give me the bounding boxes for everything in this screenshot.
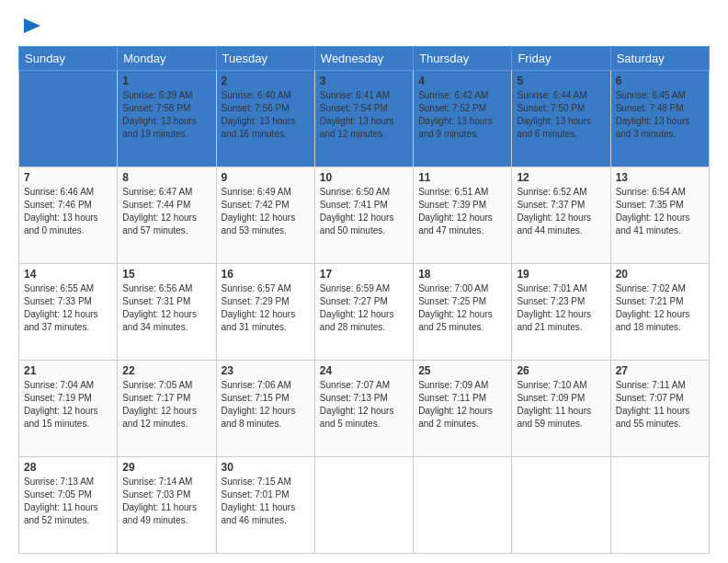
calendar-cell: 5Sunrise: 6:44 AM Sunset: 7:50 PM Daylig… xyxy=(512,71,610,167)
day-number: 17 xyxy=(320,268,408,281)
day-number: 8 xyxy=(122,171,210,184)
calendar-cell: 2Sunrise: 6:40 AM Sunset: 7:56 PM Daylig… xyxy=(216,71,314,167)
calendar-cell: 13Sunrise: 6:54 AM Sunset: 7:35 PM Dayli… xyxy=(610,167,709,264)
day-number: 27 xyxy=(616,364,704,377)
day-content: Sunrise: 7:04 AM Sunset: 7:19 PM Dayligh… xyxy=(24,379,112,431)
day-content: Sunrise: 6:55 AM Sunset: 7:33 PM Dayligh… xyxy=(24,282,112,334)
day-number: 18 xyxy=(418,268,506,281)
day-content: Sunrise: 6:45 AM Sunset: 7:48 PM Dayligh… xyxy=(616,89,704,141)
calendar-cell: 15Sunrise: 6:56 AM Sunset: 7:31 PM Dayli… xyxy=(118,264,216,361)
calendar-cell: 30Sunrise: 7:15 AM Sunset: 7:01 PM Dayli… xyxy=(216,457,314,554)
week-row-3: 14Sunrise: 6:55 AM Sunset: 7:33 PM Dayli… xyxy=(19,264,710,361)
day-content: Sunrise: 6:52 AM Sunset: 7:37 PM Dayligh… xyxy=(517,186,605,237)
calendar-cell: 7Sunrise: 6:46 AM Sunset: 7:46 PM Daylig… xyxy=(19,167,118,264)
calendar-cell: 10Sunrise: 6:50 AM Sunset: 7:41 PM Dayli… xyxy=(314,167,413,264)
day-number: 23 xyxy=(222,364,310,377)
logo-flag-icon xyxy=(22,17,42,37)
calendar-cell: 16Sunrise: 6:57 AM Sunset: 7:29 PM Dayli… xyxy=(216,264,314,361)
day-number: 29 xyxy=(122,461,210,474)
day-number: 14 xyxy=(24,268,112,281)
day-content: Sunrise: 6:56 AM Sunset: 7:31 PM Dayligh… xyxy=(122,282,210,334)
weekday-header-thursday: Thursday xyxy=(414,47,512,71)
calendar-cell: 23Sunrise: 7:06 AM Sunset: 7:15 PM Dayli… xyxy=(216,361,314,457)
day-number: 16 xyxy=(222,268,310,281)
day-content: Sunrise: 7:11 AM Sunset: 7:07 PM Dayligh… xyxy=(616,379,704,431)
calendar-cell xyxy=(19,71,118,167)
logo xyxy=(18,17,42,37)
weekday-header-tuesday: Tuesday xyxy=(216,47,314,71)
day-number: 11 xyxy=(418,171,506,184)
day-number: 28 xyxy=(24,461,112,474)
calendar-cell: 12Sunrise: 6:52 AM Sunset: 7:37 PM Dayli… xyxy=(512,167,610,264)
day-number: 21 xyxy=(24,364,112,377)
day-content: Sunrise: 6:59 AM Sunset: 7:27 PM Dayligh… xyxy=(320,282,408,334)
day-number: 12 xyxy=(517,171,605,184)
day-number: 22 xyxy=(122,364,210,377)
day-number: 10 xyxy=(320,171,408,184)
day-content: Sunrise: 6:57 AM Sunset: 7:29 PM Dayligh… xyxy=(222,282,310,334)
svg-marker-0 xyxy=(24,18,40,33)
day-number: 7 xyxy=(24,171,112,184)
day-number: 6 xyxy=(616,75,704,87)
calendar-cell: 3Sunrise: 6:41 AM Sunset: 7:54 PM Daylig… xyxy=(314,71,413,167)
day-content: Sunrise: 7:05 AM Sunset: 7:17 PM Dayligh… xyxy=(122,379,210,431)
weekday-header-saturday: Saturday xyxy=(610,47,709,71)
calendar-cell: 27Sunrise: 7:11 AM Sunset: 7:07 PM Dayli… xyxy=(610,361,709,457)
day-number: 4 xyxy=(418,75,506,87)
calendar-cell: 29Sunrise: 7:14 AM Sunset: 7:03 PM Dayli… xyxy=(118,457,216,554)
calendar-cell: 19Sunrise: 7:01 AM Sunset: 7:23 PM Dayli… xyxy=(512,264,610,361)
calendar-cell: 1Sunrise: 6:39 AM Sunset: 7:58 PM Daylig… xyxy=(118,71,216,167)
day-content: Sunrise: 7:14 AM Sunset: 7:03 PM Dayligh… xyxy=(122,476,210,527)
weekday-header-sunday: Sunday xyxy=(19,47,118,71)
day-number: 19 xyxy=(517,268,605,281)
day-number: 1 xyxy=(122,75,210,87)
day-content: Sunrise: 6:50 AM Sunset: 7:41 PM Dayligh… xyxy=(320,186,408,237)
day-number: 13 xyxy=(616,171,704,184)
day-content: Sunrise: 7:13 AM Sunset: 7:05 PM Dayligh… xyxy=(24,476,112,527)
day-content: Sunrise: 6:44 AM Sunset: 7:50 PM Dayligh… xyxy=(517,89,605,141)
day-content: Sunrise: 6:51 AM Sunset: 7:39 PM Dayligh… xyxy=(418,186,506,237)
weekday-header-wednesday: Wednesday xyxy=(314,47,413,71)
calendar-cell: 25Sunrise: 7:09 AM Sunset: 7:11 PM Dayli… xyxy=(414,361,512,457)
calendar-cell: 6Sunrise: 6:45 AM Sunset: 7:48 PM Daylig… xyxy=(610,71,709,167)
day-number: 24 xyxy=(320,364,408,377)
day-content: Sunrise: 7:09 AM Sunset: 7:11 PM Dayligh… xyxy=(418,379,506,431)
day-content: Sunrise: 6:54 AM Sunset: 7:35 PM Dayligh… xyxy=(616,186,704,237)
weekday-header-row: SundayMondayTuesdayWednesdayThursdayFrid… xyxy=(19,47,710,71)
day-number: 15 xyxy=(122,268,210,281)
day-number: 30 xyxy=(222,461,310,474)
calendar-cell: 24Sunrise: 7:07 AM Sunset: 7:13 PM Dayli… xyxy=(314,361,413,457)
day-number: 3 xyxy=(320,75,408,87)
day-content: Sunrise: 6:40 AM Sunset: 7:56 PM Dayligh… xyxy=(222,89,310,141)
day-content: Sunrise: 6:47 AM Sunset: 7:44 PM Dayligh… xyxy=(122,186,210,237)
week-row-5: 28Sunrise: 7:13 AM Sunset: 7:05 PM Dayli… xyxy=(19,457,710,554)
calendar-cell xyxy=(610,457,709,554)
day-content: Sunrise: 6:41 AM Sunset: 7:54 PM Dayligh… xyxy=(320,89,408,141)
calendar-cell: 11Sunrise: 6:51 AM Sunset: 7:39 PM Dayli… xyxy=(414,167,512,264)
day-content: Sunrise: 6:49 AM Sunset: 7:42 PM Dayligh… xyxy=(222,186,310,237)
calendar-cell xyxy=(512,457,610,554)
week-row-1: 1Sunrise: 6:39 AM Sunset: 7:58 PM Daylig… xyxy=(19,71,710,167)
day-number: 2 xyxy=(222,75,310,87)
day-content: Sunrise: 7:10 AM Sunset: 7:09 PM Dayligh… xyxy=(517,379,605,431)
day-number: 9 xyxy=(222,171,310,184)
calendar-cell: 9Sunrise: 6:49 AM Sunset: 7:42 PM Daylig… xyxy=(216,167,314,264)
weekday-header-friday: Friday xyxy=(512,47,610,71)
calendar-table: SundayMondayTuesdayWednesdayThursdayFrid… xyxy=(18,46,710,554)
calendar-cell xyxy=(314,457,413,554)
week-row-4: 21Sunrise: 7:04 AM Sunset: 7:19 PM Dayli… xyxy=(19,361,710,457)
day-content: Sunrise: 6:42 AM Sunset: 7:52 PM Dayligh… xyxy=(418,89,506,141)
calendar-cell: 26Sunrise: 7:10 AM Sunset: 7:09 PM Dayli… xyxy=(512,361,610,457)
calendar-cell xyxy=(414,457,512,554)
weekday-header-monday: Monday xyxy=(118,47,216,71)
day-number: 26 xyxy=(517,364,605,377)
calendar-cell: 21Sunrise: 7:04 AM Sunset: 7:19 PM Dayli… xyxy=(19,361,118,457)
day-number: 20 xyxy=(616,268,704,281)
calendar-cell: 17Sunrise: 6:59 AM Sunset: 7:27 PM Dayli… xyxy=(314,264,413,361)
calendar-cell: 18Sunrise: 7:00 AM Sunset: 7:25 PM Dayli… xyxy=(414,264,512,361)
day-content: Sunrise: 7:00 AM Sunset: 7:25 PM Dayligh… xyxy=(418,282,506,334)
week-row-2: 7Sunrise: 6:46 AM Sunset: 7:46 PM Daylig… xyxy=(19,167,710,264)
calendar-cell: 14Sunrise: 6:55 AM Sunset: 7:33 PM Dayli… xyxy=(19,264,118,361)
day-content: Sunrise: 7:07 AM Sunset: 7:13 PM Dayligh… xyxy=(320,379,408,431)
day-content: Sunrise: 7:06 AM Sunset: 7:15 PM Dayligh… xyxy=(222,379,310,431)
